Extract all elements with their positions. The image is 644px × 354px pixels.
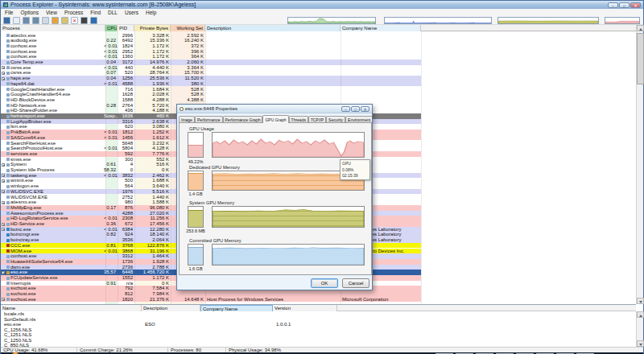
process-row-svchost-exe[interactable]: svchost.exe182021.376 K14.648 KHost Proc…: [1, 297, 421, 303]
process-row-googlecrashhandler-exe[interactable]: GoogleCrashHandler.exe7161.684 K528 K: [1, 87, 421, 93]
menu-find[interactable]: Find: [90, 10, 101, 16]
process-row-conhost-exe[interactable]: conhost.exe< 0.0113601.172 K364 K: [1, 54, 421, 60]
expand-icon[interactable]: [2, 201, 5, 204]
process-icon: [6, 109, 10, 113]
collapse-icon[interactable]: [2, 271, 5, 274]
expand-icon[interactable]: [2, 174, 5, 177]
process-pid-cell: 1976: [118, 189, 134, 195]
system-information-icon[interactable]: [23, 17, 30, 24]
process-priv-cell: 5.516 K: [134, 189, 171, 195]
menu-users[interactable]: Users: [125, 10, 138, 16]
process-row-atieclxx-exe[interactable]: atieclxx.exe29963.328 K2.592 K: [1, 33, 421, 39]
process-cpu-cell: [102, 97, 118, 103]
process-priv-cell: 4.440 K: [134, 65, 171, 71]
maximize-icon[interactable]: □: [619, 2, 630, 8]
process-row-conhost-exe[interactable]: conhost.exe< 0.0129521.172 K396 K: [1, 49, 421, 55]
gpu-usage-graph: [212, 132, 365, 158]
process-name-cell: Interrupts: [1, 281, 105, 286]
process-name: hwtransport.exe: [10, 113, 45, 118]
window-title: Process Explorer - Sysinternals: www.sys…: [10, 1, 196, 9]
process-name: AwesomiumProcess.exe: [10, 211, 64, 216]
expand-icon[interactable]: [2, 163, 5, 167]
process-row-core-temp-exe[interactable]: Core Temp.exe0.04317214.976 K2.060 K: [1, 60, 421, 65]
process-priv-cell: 1.928 K: [134, 259, 171, 265]
menu-help[interactable]: Help: [146, 10, 156, 16]
find-window-process-icon[interactable]: [80, 17, 88, 24]
expand-icon[interactable]: [2, 77, 5, 80]
refresh-icon[interactable]: [13, 17, 20, 24]
dialog-maximize-icon[interactable]: □: [351, 106, 360, 112]
scroll-down-icon[interactable]: [637, 298, 644, 304]
process-name-cell: System Idle Process: [1, 167, 105, 173]
minimize-icon[interactable]: –: [608, 2, 618, 8]
column-header-description[interactable]: Description: [205, 25, 341, 31]
column-header-cpu[interactable]: CPU: [105, 25, 118, 31]
column-header-private-bytes[interactable]: Private Bytes: [134, 25, 171, 31]
expand-icon[interactable]: [2, 179, 5, 183]
find-handle-icon[interactable]: [90, 17, 97, 24]
save-icon[interactable]: [3, 17, 10, 24]
expand-icon[interactable]: [2, 228, 5, 231]
expand-icon[interactable]: [2, 190, 5, 193]
cancel-button[interactable]: Cancel: [342, 278, 369, 288]
expand-icon[interactable]: [2, 66, 5, 69]
column-header-pid[interactable]: PID: [118, 25, 134, 31]
physical-memory-minigraph[interactable]: [605, 17, 640, 24]
process-row-haps64-dat[interactable]: haps64.dat< 0.0145881.936 K380 K: [1, 81, 421, 87]
dll-pane-scrollbar[interactable]: [636, 311, 643, 347]
process-comp-cell: [341, 54, 421, 60]
column-header-process[interactable]: Process: [1, 25, 105, 31]
kill-process-icon[interactable]: ✕: [71, 17, 78, 24]
menu-dll[interactable]: DLL: [108, 10, 118, 16]
process-row-csrss-exe[interactable]: csrss.exe< 0.014404.440 K3.364 K: [1, 65, 421, 71]
process-name: System: [10, 162, 27, 167]
cpu-history-minigraph[interactable]: [287, 17, 376, 24]
process-name-cell: SASCore64.exe: [1, 135, 105, 141]
process-priv-cell: 1.588 K: [134, 200, 171, 205]
process-name-cell: audiodg.exe: [1, 38, 105, 43]
menu-process[interactable]: Process: [64, 10, 83, 16]
dll-scroll-up-icon[interactable]: [637, 311, 644, 318]
dialog-close-icon[interactable]: ✕: [361, 106, 369, 112]
io-history-minigraph[interactable]: [384, 17, 492, 24]
tab-gpu-graph[interactable]: GPU Graph: [262, 115, 288, 123]
menu-view[interactable]: View: [46, 10, 57, 16]
process-row-svchost-exe[interactable]: svchost.exe8127.984 K: [1, 291, 421, 297]
process-cpu-cell: < 0.01: [102, 135, 118, 141]
ok-button[interactable]: OK: [311, 278, 338, 288]
column-header-working-set[interactable]: Working Set: [171, 25, 205, 31]
view-dlls-icon[interactable]: [52, 17, 59, 24]
process-row-conhost-exe[interactable]: conhost.exe< 0.0118241.172 K372 K: [1, 43, 421, 49]
menu-file[interactable]: File: [5, 10, 13, 16]
process-row-haps-exe[interactable]: haps.exe0.04125625.536 K11.520 K: [1, 76, 421, 81]
table-scrollbar[interactable]: [636, 25, 643, 304]
show-lower-pane-icon[interactable]: [42, 17, 49, 24]
process-icon: [6, 147, 10, 150]
process-name-cell: svchost.exe: [1, 297, 105, 303]
process-row-audiodg-exe[interactable]: audiodg.exe0.22649215.336 K16.240 K: [1, 38, 421, 43]
process-comp-cell: [341, 87, 421, 93]
dll-scroll-down-icon[interactable]: [637, 340, 644, 347]
process-row-csrss-exe[interactable]: csrss.exe0.0752028.764 K15.700 K: [1, 70, 421, 76]
expand-icon[interactable]: [2, 72, 5, 75]
commit-history-minigraph[interactable]: [497, 17, 599, 24]
expand-icon[interactable]: [2, 223, 5, 226]
process-row-hd-blockdevice-exe[interactable]: HD-BlockDevice.exe15884.288 K4.388 K: [1, 97, 421, 103]
scroll-up-icon[interactable]: [637, 25, 644, 31]
dialog-minimize-icon[interactable]: –: [341, 106, 350, 112]
process-row-googlecrashhandler64-exe[interactable]: GoogleCrashHandler64.exe16282.028 K528 K: [1, 92, 421, 97]
process-comp-cell: [341, 97, 421, 103]
column-header-company-name[interactable]: Company Name: [341, 25, 421, 31]
scrollbar-thumb[interactable]: [637, 33, 644, 84]
process-priv-cell: 1.688 K: [134, 178, 171, 183]
show-process-tree-icon[interactable]: [32, 17, 39, 24]
dialog-titlebar[interactable]: eso.exe:6448 Properties – □ ✕: [177, 105, 372, 113]
process-name-cell: WLIDSVCM.EXE: [1, 195, 105, 200]
close-icon[interactable]: ✕: [630, 2, 641, 8]
process-pid-cell: 436: [118, 108, 134, 113]
process-pid-cell: 2308: [118, 216, 134, 221]
window-titlebar[interactable]: Process Explorer - Sysinternals: www.sys…: [1, 1, 643, 9]
properties-icon[interactable]: [61, 17, 68, 24]
menu-options[interactable]: Options: [20, 10, 38, 16]
expand-icon[interactable]: [2, 298, 5, 301]
